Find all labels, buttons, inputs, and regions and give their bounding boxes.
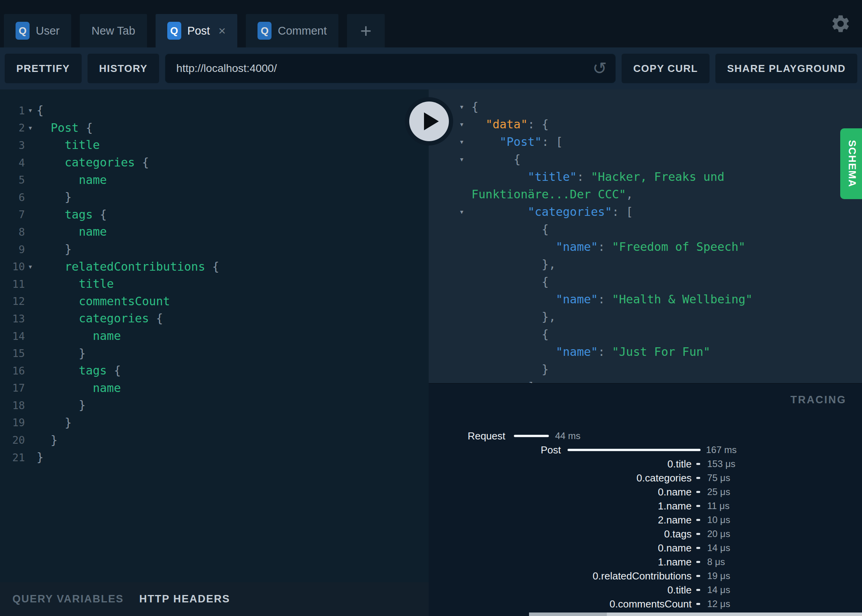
editor-line: 18 } [0, 397, 429, 414]
trace-time: 75 μs [707, 472, 730, 483]
query-badge-icon: Q [16, 22, 30, 40]
line-number: 9 [0, 243, 25, 256]
trace-time: 20 μs [707, 528, 730, 539]
editor-line: 13 categories { [0, 310, 429, 327]
trace-time: 8 μs [707, 556, 725, 567]
code-text: } [37, 243, 72, 255]
response-line: "name": "Freedom of Speech" [429, 238, 862, 256]
json-text: }, [471, 311, 556, 323]
trace-label: 0.title [668, 458, 692, 470]
trace-label: 0.title [668, 584, 692, 596]
json-text: "data": { [471, 119, 549, 130]
http-headers-tab[interactable]: HTTP HEADERS [139, 593, 230, 605]
json-text: { [471, 276, 549, 288]
json-text: "Post": [ [471, 136, 563, 148]
collapse-arrow-icon[interactable]: ▼ [459, 104, 464, 110]
close-icon[interactable]: × [219, 24, 226, 38]
trace-row: 0.title153 μs [429, 458, 862, 470]
share-playground-button[interactable]: SHARE PLAYGROUND [715, 54, 857, 83]
history-button[interactable]: HISTORY [88, 54, 159, 83]
trace-row: 0.commentsCount12 μs [429, 598, 862, 610]
trace-time: 153 μs [707, 458, 736, 469]
response-line: ▼ { [429, 150, 862, 168]
editor-line: 15 } [0, 345, 429, 362]
trace-row: Request44 ms [429, 430, 862, 442]
fold-arrow-icon[interactable]: ▼ [25, 125, 37, 131]
trace-time: 11 μs [707, 500, 729, 511]
schema-tab[interactable]: SCHEMA [840, 128, 862, 199]
response-line: ▼{ [429, 98, 862, 116]
response-line: ▼ "Post": [ [429, 133, 862, 150]
code-text: } [37, 191, 72, 203]
trace-row: 0.tags20 μs [429, 528, 862, 540]
line-number: 19 [0, 416, 25, 429]
trace-time: 19 μs [707, 570, 730, 581]
fold-arrow-icon[interactable]: ▼ [25, 107, 37, 114]
play-icon [424, 112, 439, 130]
collapse-arrow-icon[interactable]: ▼ [459, 156, 464, 163]
trace-row: 1.name8 μs [429, 556, 862, 568]
trace-label: Request [468, 430, 505, 442]
tracing-horizontal-scrollbar[interactable] [529, 612, 862, 616]
prettify-button[interactable]: PRETTIFY [5, 54, 82, 83]
json-text: { [471, 224, 549, 235]
code-text: name [37, 330, 121, 342]
collapse-arrow-icon[interactable]: ▼ [459, 209, 464, 215]
trace-time: 25 μs [707, 486, 730, 497]
editor-line: 11 title [0, 275, 429, 293]
collapse-arrow-icon[interactable]: ▼ [459, 121, 464, 128]
response-line: ▼ "categories": [ [429, 203, 862, 220]
editor-line: 19 } [0, 414, 429, 432]
response-line: }, [429, 256, 862, 273]
line-number: 5 [0, 174, 25, 186]
response-line: }, [429, 308, 862, 326]
execute-query-button[interactable] [405, 97, 453, 145]
code-text: } [37, 434, 58, 446]
url-input[interactable] [165, 54, 615, 83]
gear-icon [830, 29, 851, 35]
code-text: categories { [37, 157, 149, 168]
add-tab-button[interactable]: + [347, 14, 385, 47]
collapse-arrow-icon[interactable]: ▼ [459, 139, 464, 145]
json-text: { [471, 329, 549, 340]
reload-icon[interactable]: ↺ [592, 60, 607, 77]
plus-icon: + [360, 21, 371, 40]
trace-time: 44 ms [555, 430, 580, 441]
tab-new-tab[interactable]: New Tab [80, 14, 147, 47]
trace-label: Post [541, 444, 561, 456]
code-text: } [37, 348, 86, 359]
scrollbar-thumb[interactable] [529, 612, 607, 616]
query-editor-pane[interactable]: 1▼{2▼ Post {3 title4 categories {5 name6… [0, 89, 429, 582]
response-line: "title": "Hacker, Freaks und [429, 168, 862, 186]
code-text: relatedContributions { [37, 261, 219, 273]
trace-dash-icon [696, 505, 700, 507]
trace-row: Post167 ms [429, 444, 862, 456]
json-text: Funktionäre...Der CCC", [471, 189, 633, 200]
editor-line: 7 tags { [0, 206, 429, 224]
trace-dash-icon [696, 477, 700, 479]
fold-arrow-icon[interactable]: ▼ [25, 264, 37, 270]
response-line: { [429, 273, 862, 290]
play-button-circle [409, 102, 449, 141]
json-text: "name": "Just For Fun" [471, 346, 710, 358]
copy-curl-button[interactable]: COPY CURL [622, 54, 710, 83]
line-number: 11 [0, 278, 25, 290]
query-variables-tab[interactable]: QUERY VARIABLES [12, 593, 124, 605]
response-pane: ▼{▼ "data": {▼ "Post": [▼ { "title": "Ha… [429, 89, 862, 383]
code-text: } [37, 399, 86, 411]
json-text: "name": "Health & Wellbeing" [471, 294, 752, 305]
line-number: 1 [0, 105, 25, 117]
trace-dash-icon [696, 575, 700, 577]
trace-dash-icon [696, 561, 700, 563]
settings-button[interactable] [830, 13, 851, 34]
tab-comment[interactable]: QComment [246, 14, 338, 47]
url-bar: ↺ [165, 54, 616, 83]
json-text: }, [471, 259, 556, 270]
trace-dash-icon [696, 603, 700, 605]
line-number: 7 [0, 208, 25, 220]
tab-user[interactable]: QUser [4, 14, 71, 47]
json-text: "title": "Hacker, Freaks und [471, 171, 724, 183]
line-number: 8 [0, 226, 25, 238]
trace-row: 0.title14 μs [429, 584, 862, 596]
tab-post[interactable]: QPost× [156, 14, 238, 47]
